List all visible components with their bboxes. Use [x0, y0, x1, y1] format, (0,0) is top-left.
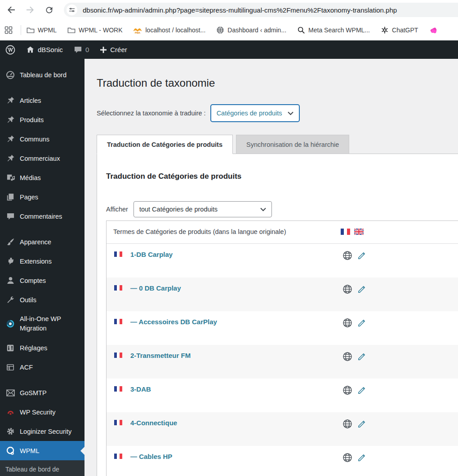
url-text[interactable]: dbsonic.fr/wp-admin/admin.php?page=sitep…: [83, 6, 397, 14]
term-link[interactable]: 2-Transmetteur FM: [130, 352, 191, 359]
globe-icon[interactable]: [342, 351, 353, 362]
sidebar-item-commerciaux[interactable]: Commerciaux: [0, 149, 84, 168]
sidebar-item-wpml[interactable]: WPML: [0, 441, 84, 460]
globe-icon[interactable]: [342, 250, 353, 261]
folder-icon: [67, 26, 76, 34]
taxonomy-select-label: Sélectionnez la taxonomie à traduire :: [97, 110, 206, 117]
french-flag-icon: [114, 285, 122, 291]
brush-icon: [5, 238, 15, 246]
comment-bubble-icon: [74, 46, 82, 54]
chatgpt-icon: [381, 26, 389, 34]
sidebar-item-comptes[interactable]: Comptes: [0, 271, 84, 290]
taxonomy-select[interactable]: Catégories de produits: [210, 104, 300, 122]
sidebar-item-communs[interactable]: Communs: [0, 129, 84, 149]
bookmark-localhost[interactable]: PMA localhost / localhost...: [133, 26, 205, 34]
sidebar-item-gosmtp[interactable]: GoSMTP: [0, 383, 84, 402]
bookmark-wpml[interactable]: WPML: [27, 26, 57, 34]
pencil-edit-icon[interactable]: [357, 419, 367, 429]
media-icon: [5, 173, 15, 182]
terms-table: Termes de Catégories de produits (dans l…: [106, 220, 458, 476]
uk-flag-icon: [354, 229, 364, 235]
globe-icon[interactable]: [342, 452, 353, 463]
sidebar-item-extensions[interactable]: Extensions: [0, 251, 84, 271]
sidebar-item-acf[interactable]: ACF: [0, 357, 84, 377]
sidebar-item-commentaires[interactable]: Commentaires: [0, 207, 84, 226]
table-header: Termes de Catégories de produits (dans l…: [107, 221, 458, 244]
term-link[interactable]: — Cables HP: [130, 453, 172, 460]
tab-synchronisation-hierarchie[interactable]: Synchronisation de la hiérarchie: [236, 135, 349, 154]
globe-icon[interactable]: [342, 317, 353, 328]
pushpin-icon: [5, 96, 15, 105]
comments-menu[interactable]: 0: [68, 40, 94, 59]
comments-icon: [5, 212, 15, 220]
site-settings-button[interactable]: [67, 4, 77, 15]
sidebar-item-medias[interactable]: Médias: [0, 168, 84, 187]
french-flag-icon: [114, 319, 122, 324]
tab-traduction-categories[interactable]: Traduction de Catégories de produits: [97, 135, 233, 154]
pencil-edit-icon[interactable]: [357, 452, 367, 463]
pushpin-icon: [5, 115, 15, 124]
sidebar-item-all-in-one-wp-migration[interactable]: All-in-One WP Migration: [0, 309, 84, 338]
new-content-menu[interactable]: Créer: [94, 40, 133, 59]
site-name-menu[interactable]: dBSonic: [21, 40, 68, 59]
sidebar-item-apparence[interactable]: Apparence: [0, 232, 84, 251]
pencil-edit-icon[interactable]: [357, 385, 367, 395]
sidebar-item-dashboard[interactable]: Tableau de bord: [0, 65, 84, 84]
pushpin-icon: [5, 154, 15, 163]
table-row: — Cables HP: [107, 446, 458, 476]
term-link[interactable]: 4-Connectique: [130, 419, 177, 427]
sidebar-item-reglages[interactable]: Réglages: [0, 338, 84, 357]
pencil-edit-icon[interactable]: [357, 250, 367, 260]
sidebar-item-loginizer-security[interactable]: Loginizer Security: [0, 422, 84, 441]
bookmark-pink[interactable]: [429, 25, 439, 35]
gear-icon: [5, 427, 15, 436]
admin-sidebar: Tableau de bord Articles Produits Commun…: [0, 59, 84, 476]
chevron-down-icon: [260, 207, 266, 212]
tune-icon: [69, 7, 75, 13]
tab-strip: Traduction de Catégories de produits Syn…: [97, 135, 349, 154]
forward-arrow-icon: [25, 5, 35, 15]
globe-icon[interactable]: [342, 284, 353, 295]
plugin-icon: [5, 257, 15, 265]
term-link[interactable]: 3-DAB: [130, 385, 151, 393]
sidebar-item-wp-security[interactable]: WP Security: [0, 402, 84, 422]
back-button[interactable]: [4, 2, 19, 18]
globe-icon: [216, 26, 224, 34]
term-link[interactable]: — Accessoires DB CarPlay: [130, 318, 217, 326]
envelope-icon: [5, 389, 15, 397]
sidebar-item-outils[interactable]: Outils: [0, 290, 84, 309]
pencil-edit-icon[interactable]: [357, 351, 367, 361]
pencil-edit-icon[interactable]: [357, 317, 367, 328]
sidebar-item-pages[interactable]: Pages: [0, 187, 84, 207]
bookmark-dashboard[interactable]: Dashboard ‹ admin...: [216, 26, 286, 34]
pink-sticker-icon: [429, 25, 439, 35]
sidebar-item-articles[interactable]: Articles: [0, 91, 84, 110]
url-bar[interactable]: dbsonic.fr/wp-admin/admin.php?page=sitep…: [64, 3, 458, 17]
home-icon: [26, 45, 35, 54]
wp-logo-menu[interactable]: [0, 40, 21, 59]
filter-label: Afficher: [106, 206, 128, 213]
french-flag-icon: [114, 353, 122, 358]
globe-icon[interactable]: [342, 385, 353, 396]
bookmark-chatgpt[interactable]: ChatGPT: [381, 26, 418, 34]
forward-button[interactable]: [22, 2, 38, 18]
migration-icon: [5, 319, 15, 328]
french-flag-icon: [341, 229, 350, 235]
bookmark-wpml-work[interactable]: WPML - WORK: [67, 26, 122, 34]
sidebar-item-produits[interactable]: Produits: [0, 110, 84, 129]
tools-icon: [5, 295, 15, 304]
globe-icon[interactable]: [342, 419, 353, 429]
filter-select[interactable]: tout Catégories de produits: [133, 201, 272, 217]
bookmark-meta-search[interactable]: Meta Search WPML...: [297, 26, 370, 34]
term-link[interactable]: — 0 DB Carplay: [130, 284, 181, 292]
reload-icon: [44, 5, 54, 15]
submenu-item-wpml-dashboard[interactable]: Tableau de bord de: [5, 466, 59, 473]
reload-button[interactable]: [41, 2, 57, 18]
term-link[interactable]: 1-DB Carplay: [130, 251, 173, 258]
acf-icon: [5, 363, 15, 371]
comment-count: 0: [85, 46, 89, 53]
pencil-edit-icon[interactable]: [357, 284, 367, 294]
french-flag-icon: [114, 454, 122, 459]
apps-grid-button[interactable]: [1, 22, 16, 38]
bookmarks-divider: [21, 25, 21, 35]
